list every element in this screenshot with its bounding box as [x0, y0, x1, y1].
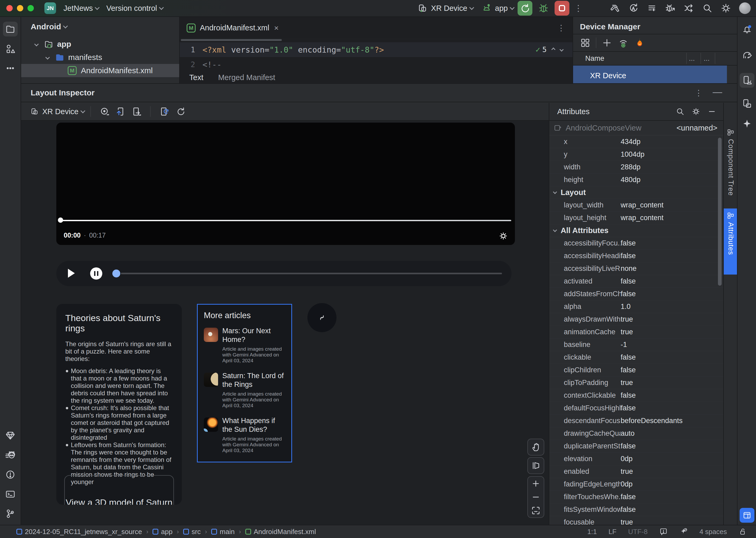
unlock-icon[interactable]	[738, 527, 747, 536]
video-settings-button[interactable]	[498, 231, 508, 241]
property-row[interactable]: fitsSystemWindowsfalse	[549, 504, 723, 516]
export-snapshot-button[interactable]	[131, 106, 142, 117]
inspection-highlight-icon[interactable]	[659, 527, 668, 536]
property-row[interactable]: width288dp	[549, 161, 723, 174]
pause-button[interactable]	[90, 267, 102, 280]
property-row[interactable]: defaultFocusHighl...false	[549, 402, 723, 415]
audio-player-bar[interactable]	[56, 261, 511, 286]
breadcrumb-item[interactable]: ›src	[173, 528, 201, 536]
name-column-header[interactable]: Name	[573, 54, 604, 63]
live-updates-button[interactable]	[159, 106, 170, 117]
property-row[interactable]: accessibilityFocu...false	[549, 237, 723, 250]
structure-toolwindow-button[interactable]	[3, 41, 18, 56]
settings-button[interactable]	[719, 1, 733, 16]
project-view-selector[interactable]: Android	[21, 17, 179, 31]
stop-button[interactable]	[554, 1, 569, 16]
breadcrumb-item[interactable]: ›AndroidManifest.xml	[235, 528, 316, 536]
more-articles-card-selected[interactable]: More articles Mars: Our Next Home?Articl…	[197, 304, 292, 462]
property-row[interactable]: clipChildrenfalse	[549, 364, 723, 377]
code-area[interactable]: 1 <?xml version="1.0" encoding="utf-8"?>…	[180, 42, 572, 72]
run-configuration-selector[interactable]: app	[481, 3, 514, 14]
view-options-button[interactable]	[99, 106, 110, 117]
indent-setting[interactable]: 4 spaces	[699, 528, 727, 536]
layout-inspector-toolwindow-button[interactable]	[740, 508, 754, 523]
property-row[interactable]: addStatesFromCh...false	[549, 288, 723, 300]
video-player-view[interactable]: 00:00 · 00:17	[56, 123, 515, 245]
article-list-item[interactable]: Mars: Our Next Home?Article and images c…	[204, 327, 285, 364]
sync-project-button[interactable]	[626, 1, 641, 16]
line-ending[interactable]: LF	[609, 528, 616, 536]
panel-options-button[interactable]: ⋮	[695, 88, 703, 97]
property-row[interactable]: filterTouchesWhe...false	[549, 491, 723, 504]
tab-text[interactable]: Text	[189, 73, 203, 82]
property-row[interactable]: layout_heightwrap_content	[549, 212, 723, 224]
all-attributes-section-header[interactable]: All Attributes	[549, 224, 723, 237]
property-row[interactable]: drawingCacheQualitauto	[549, 427, 723, 440]
property-row[interactable]: fadingEdgeLength0dp	[549, 478, 723, 491]
attach-debugger-button[interactable]	[663, 1, 678, 16]
audio-slider-track[interactable]	[121, 273, 502, 274]
property-row[interactable]: alpha1.0	[549, 300, 723, 313]
maximize-window-button[interactable]	[28, 5, 34, 11]
article-list-item[interactable]: What Happens if the Sun Dies?Article and…	[204, 416, 285, 454]
notifications-button[interactable]	[740, 22, 754, 37]
property-row[interactable]: duplicateParentSt...false	[549, 440, 723, 453]
audio-slider-thumb[interactable]	[112, 270, 120, 278]
tab-component-tree[interactable]: Component Tree	[724, 125, 737, 204]
3d-mode-button[interactable]	[527, 457, 544, 474]
property-row[interactable]: animationCachetrue	[549, 326, 723, 339]
layout-section-header[interactable]: Layout	[549, 186, 723, 199]
gear-icon[interactable]	[691, 107, 701, 116]
pair-wifi-device-icon[interactable]	[618, 37, 629, 48]
device-row-xr-device[interactable]: XR Device	[573, 66, 727, 83]
gradle-button[interactable]	[740, 48, 754, 62]
minimize-window-button[interactable]	[17, 5, 23, 11]
pan-mode-button[interactable]	[527, 439, 544, 456]
property-row[interactable]: y1004dp	[549, 148, 723, 161]
problems-button[interactable]	[3, 467, 18, 482]
logcat-button[interactable]	[3, 448, 18, 462]
close-tab-icon[interactable]: ×	[274, 24, 279, 32]
device-selector[interactable]: XR Device	[417, 3, 473, 14]
file-encoding[interactable]: UTF-8	[628, 528, 648, 536]
gemini-button[interactable]	[740, 116, 754, 131]
property-row[interactable]: alwaysDrawnWith...true	[549, 313, 723, 326]
vcs-menu[interactable]: Version control	[106, 4, 163, 13]
minimize-icon[interactable]	[707, 107, 716, 116]
previous-issue-icon[interactable]	[552, 48, 555, 52]
more-run-options-button[interactable]: ⋮	[574, 3, 583, 13]
property-row[interactable]: enabledtrue	[549, 465, 723, 478]
tree-item-manifests[interactable]: manifests	[21, 51, 179, 64]
property-row[interactable]: descendantFocus...beforeDescendants	[549, 415, 723, 427]
layout-inspector-canvas[interactable]: 00:00 · 00:17 Theories about Sa	[21, 121, 549, 525]
version-control-button[interactable]	[3, 506, 18, 521]
article-list-item[interactable]: The Endless Allure of the UniverseArticl…	[204, 461, 285, 462]
search-icon[interactable]	[676, 107, 685, 116]
ai-sparkle-slash-icon[interactable]	[679, 527, 688, 536]
editor-tab-androidmanifest[interactable]: M AndroidManifest.xml ×	[180, 17, 285, 39]
build-button[interactable]	[608, 1, 622, 16]
property-row[interactable]: clickablefalse	[549, 351, 723, 364]
firebase-icon[interactable]	[634, 37, 645, 48]
selected-component-row[interactable]: AndroidComposeView <unnamed>	[549, 121, 723, 135]
caret-position[interactable]: 1:1	[587, 528, 597, 536]
article-list-item[interactable]: Saturn: The Lord of the RingsArticle and…	[204, 371, 285, 408]
editor-horizontal-scrollbar[interactable]	[181, 39, 282, 41]
breadcrumb-item[interactable]: 2024-12-05_RC11_jetnews_xr_source	[8, 528, 142, 536]
property-row[interactable]: accessibilityLiveR...none	[549, 262, 723, 275]
zoom-to-fit-icon[interactable]	[531, 505, 541, 516]
tree-item-app[interactable]: app	[21, 37, 179, 51]
running-devices-button[interactable]	[740, 96, 754, 111]
attributes-scrollbar[interactable]	[718, 138, 722, 286]
tab-merged-manifest[interactable]: Merged Manifest	[218, 73, 275, 82]
inspected-process-selector[interactable]: XR Device	[30, 107, 85, 116]
project-menu[interactable]: JetNews	[63, 4, 99, 13]
property-row[interactable]: focusabletrue	[549, 516, 723, 525]
zoom-in-icon[interactable]	[531, 478, 541, 489]
property-row[interactable]: baseline-1	[549, 339, 723, 351]
snapshot-to-device-button[interactable]	[115, 106, 126, 117]
todo-list-button[interactable]	[644, 1, 659, 16]
breadcrumb-item[interactable]: ›app	[142, 528, 172, 536]
refresh-layout-button[interactable]	[175, 106, 186, 117]
tree-item-androidmanifest[interactable]: M AndroidManifest.xml	[21, 64, 179, 77]
